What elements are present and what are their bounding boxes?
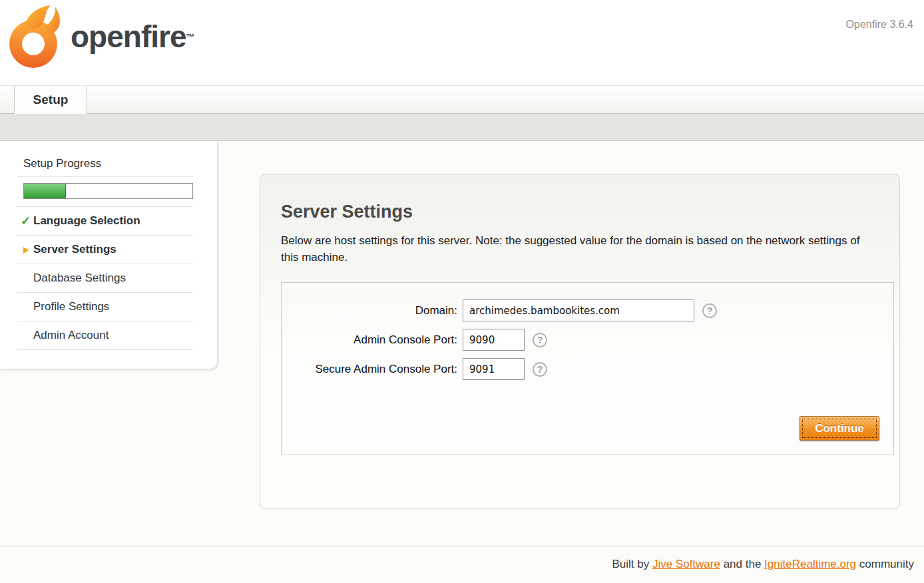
- jive-software-link[interactable]: Jive Software: [652, 558, 720, 571]
- secure-admin-console-port-label: Secure Admin Console Port:: [282, 363, 463, 376]
- content-area: Setup Progress ✓ Language Selection Serv…: [0, 141, 924, 546]
- sidebar-item-label: Server Settings: [33, 243, 116, 256]
- progress-fill: [24, 184, 66, 198]
- sidebar-item-label: Database Settings: [33, 272, 126, 284]
- form-row-domain: Domain: ?: [282, 299, 893, 321]
- form-row-admin-console-port: Admin Console Port: ?: [282, 329, 893, 351]
- openfire-logo: openfire ™: [8, 4, 194, 69]
- brand-trademark: ™: [186, 32, 194, 42]
- divider: [17, 349, 193, 350]
- continue-button[interactable]: Continue: [800, 416, 879, 441]
- sidebar-item-profile-settings[interactable]: Profile Settings: [0, 293, 217, 321]
- secure-admin-console-port-input[interactable]: [463, 358, 525, 380]
- server-settings-form: Domain: ? Admin Console Port: ? Secure A…: [281, 282, 894, 455]
- footer-text: community: [856, 558, 914, 571]
- sidebar-item-label: Language Selection: [33, 214, 140, 227]
- domain-label: Domain:: [282, 304, 463, 317]
- divider: [17, 176, 193, 177]
- help-icon[interactable]: ?: [702, 303, 717, 318]
- footer-text: and the: [720, 558, 764, 571]
- footer: Built by Jive Software and the IgniteRea…: [0, 546, 924, 582]
- page-title: Server Settings: [281, 202, 894, 222]
- subnav-bar: [0, 114, 924, 141]
- main-panel: Server Settings Below are host settings …: [260, 174, 900, 509]
- domain-input[interactable]: [463, 299, 694, 321]
- sidebar-item-server-settings[interactable]: Server Settings: [0, 236, 217, 264]
- brand-name: openfire: [71, 19, 186, 55]
- help-icon[interactable]: ?: [533, 333, 547, 347]
- sidebar-item-language-selection[interactable]: ✓ Language Selection: [0, 207, 217, 235]
- admin-console-port-label: Admin Console Port:: [282, 333, 463, 347]
- check-icon: ✓: [21, 214, 31, 228]
- igniterealtime-link[interactable]: IgniteRealtime.org: [764, 558, 856, 571]
- form-row-secure-admin-console-port: Secure Admin Console Port: ?: [282, 358, 893, 380]
- tab-bar: Setup: [0, 85, 924, 114]
- sidebar-item-label: Admin Account: [33, 329, 109, 341]
- setup-progress-sidebar: Setup Progress ✓ Language Selection Serv…: [0, 141, 218, 369]
- page-description: Below are host settings for this server.…: [281, 233, 860, 266]
- tab-setup[interactable]: Setup: [14, 86, 87, 114]
- flame-icon: [8, 4, 63, 69]
- progress-bar: [23, 183, 193, 199]
- sidebar-title: Setup Progress: [0, 157, 217, 176]
- help-icon[interactable]: ?: [533, 362, 547, 377]
- sidebar-item-admin-account[interactable]: Admin Account: [0, 321, 217, 349]
- arrow-right-icon: [23, 247, 29, 254]
- header: openfire ™ Openfire 3.6.4: [0, 0, 924, 85]
- version-label: Openfire 3.6.4: [846, 19, 913, 31]
- admin-console-port-input[interactable]: [463, 329, 525, 351]
- sidebar-item-database-settings[interactable]: Database Settings: [0, 264, 217, 292]
- footer-text: Built by: [612, 558, 652, 571]
- sidebar-item-label: Profile Settings: [33, 300, 109, 313]
